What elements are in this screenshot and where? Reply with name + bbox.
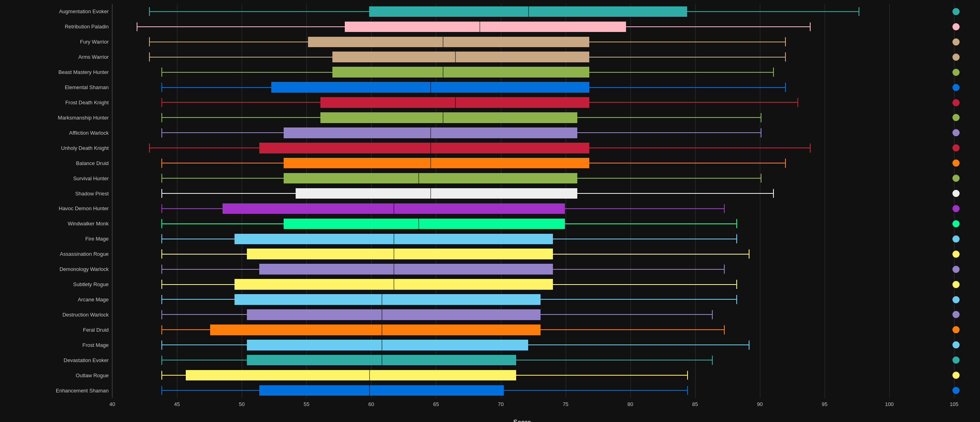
spec-dot [952,69,960,76]
box-plot-bar [259,385,504,396]
bar-row [112,277,932,292]
median-line [443,37,443,48]
bar-row [112,125,932,140]
whisker-cap-left [161,189,162,198]
spec-dot [952,387,960,394]
median-line [455,97,456,108]
spec-dot [952,356,960,364]
bar-row [112,292,932,307]
chart-container: Augmentation EvokerRetribution PaladinFu… [0,0,980,422]
whisker-cap-right [785,37,786,46]
median-line [394,279,394,290]
spec-dot [952,84,960,91]
spec-dot [952,311,960,318]
box-plot-bar [247,340,528,350]
y-label-assassination-rogue: Assassination Rogue [0,251,109,257]
median-line [430,158,431,169]
box-plot-bar [259,143,590,153]
median-line [443,67,443,78]
y-label-fire-mage: Fire Mage [0,236,109,241]
box-plot-bar [259,264,553,275]
whisker-cap-right [797,98,798,107]
x-tick: 70 [498,401,503,407]
y-label-shadow-priest: Shadow Priest [0,191,109,196]
spec-dot [952,372,960,379]
box-plot-bar [284,173,577,184]
bar-row [112,216,932,231]
x-tick: 55 [304,401,309,407]
spec-dot [952,144,960,151]
bar-row [112,50,932,65]
median-line [382,355,382,366]
y-labels: Augmentation EvokerRetribution PaladinFu… [0,4,112,398]
bar-row [112,155,932,171]
median-line [394,234,394,245]
whisker-cap-left [149,52,150,62]
bar-row [112,110,932,125]
whisker-cap-left [161,280,162,289]
median-line [430,127,431,138]
spec-dot [952,99,960,106]
y-label-arcane-mage: Arcane Mage [0,297,109,302]
whisker-cap-right [736,234,737,243]
whisker-cap-left [161,234,162,243]
spec-dot [952,190,960,197]
x-tick: 90 [757,401,763,407]
spec-dot [952,251,960,258]
median-line [394,203,394,214]
bar-row [112,368,932,383]
bar-row [112,4,932,19]
y-label-frost-mage: Frost Mage [0,342,109,348]
whisker-cap-left [149,7,150,16]
whisker-cap-left [161,128,162,137]
whisker-cap-right [712,356,713,365]
spec-dot [952,326,960,333]
whisker-cap-left [161,310,162,319]
whisker-cap-right [773,189,774,198]
x-tick: 65 [433,401,439,407]
whisker-cap-left [161,83,162,92]
median-line [455,52,456,62]
whisker-cap-right [785,159,786,168]
whisker-cap-right [810,143,811,153]
bar-row [112,95,932,110]
median-line [369,370,370,381]
whisker-cap-left [161,325,162,334]
whisker-cap-right [810,22,811,32]
bar-row [112,80,932,95]
y-label-devastation-evoker: Devastation Evoker [0,358,109,363]
x-tick: 105 [950,401,958,407]
median-line [479,22,480,32]
whisker-cap-right [736,280,737,289]
y-label-balance-druid: Balance Druid [0,161,109,166]
x-tick: 80 [627,401,633,407]
spec-dot [952,235,960,243]
box-plot-bar [308,37,589,48]
whisker-cap-left [161,356,162,365]
spec-dot [952,205,960,212]
box-plot-bar [235,294,541,305]
bar-row [112,383,932,398]
y-label-destruction-warlock: Destruction Warlock [0,312,109,317]
bar-row [112,186,932,201]
whisker-cap-left [161,386,162,395]
whisker-cap-right [785,83,786,92]
median-line [382,309,382,320]
whisker-cap-right [749,249,749,259]
box-plot-bar [296,188,577,199]
spec-dot [952,129,960,136]
whisker-cap-right [785,52,786,62]
y-label-marksmanship-hunter: Marksmanship Hunter [0,115,109,120]
bar-row [112,247,932,262]
bar-row [112,19,932,34]
bar-row [112,201,932,216]
whisker-cap-right [761,128,761,137]
bar-row [112,231,932,247]
spec-dot [952,220,960,227]
whisker-cap-right [712,310,713,319]
whisker-cap-right [773,68,774,77]
y-label-havoc-demon-hunter: Havoc Demon Hunter [0,206,109,211]
whisker-cap-right [736,295,737,304]
bar-row [112,140,932,155]
median-line [369,385,370,396]
